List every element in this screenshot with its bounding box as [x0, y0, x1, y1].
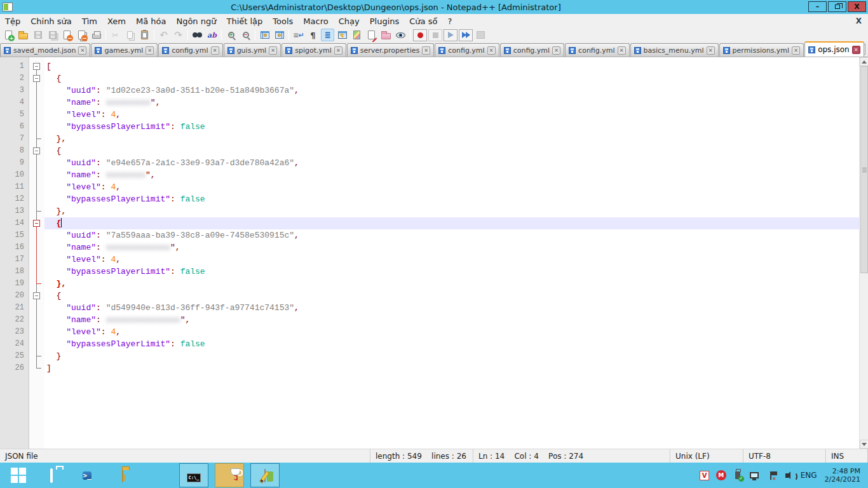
- taskbar-app-chrome[interactable]: [144, 463, 173, 487]
- tab-config.yml[interactable]: config.yml✕: [435, 43, 499, 57]
- code-text[interactable]: {: [44, 72, 859, 85]
- code-text[interactable]: "bypassesPlayerLimit": false: [44, 193, 859, 205]
- menu-item-10[interactable]: Plugins: [365, 15, 405, 27]
- new-file-icon[interactable]: +: [2, 29, 15, 41]
- menu-item-2[interactable]: Tìm: [77, 15, 102, 27]
- code-text[interactable]: {: [44, 217, 859, 229]
- macro-play-icon[interactable]: [444, 29, 458, 41]
- code-text[interactable]: "name": xxxxxxxxx",: [44, 97, 859, 109]
- usb-safely-remove-icon[interactable]: [732, 470, 743, 481]
- code-text[interactable]: "level": 4,: [44, 181, 859, 193]
- fold-collapse-icon[interactable]: [33, 147, 40, 154]
- menu-item-0[interactable]: Tệp: [0, 15, 25, 27]
- close-document-icon[interactable]: X: [856, 17, 862, 25]
- cut-icon[interactable]: ✂: [109, 29, 122, 41]
- volume-icon[interactable]: [782, 470, 793, 481]
- open-icon[interactable]: [17, 29, 30, 41]
- scrollbar-thumb[interactable]: [860, 66, 868, 273]
- show-symbols-icon[interactable]: ¶: [306, 29, 320, 41]
- tab-spigot.yml[interactable]: spigot.yml✕: [281, 43, 346, 57]
- macro-record-icon[interactable]: [413, 29, 427, 41]
- redo-icon[interactable]: ↷: [172, 29, 185, 41]
- code-text[interactable]: },: [44, 278, 859, 290]
- taskbar-app-notepad-plus-plus[interactable]: [250, 463, 280, 487]
- tab-close-icon[interactable]: ✕: [552, 46, 560, 55]
- macro-save-icon[interactable]: [474, 29, 487, 41]
- document-list-icon[interactable]: [365, 29, 378, 41]
- code-text[interactable]: "uuid": "e94e657a-2a1c-33e9-93a7-d3de780…: [44, 157, 859, 169]
- vertical-scrollbar[interactable]: [859, 57, 868, 449]
- replace-icon[interactable]: ab: [205, 29, 219, 41]
- fold-collapse-icon[interactable]: [33, 75, 40, 82]
- code-text[interactable]: {: [44, 145, 859, 157]
- menu-item-12[interactable]: ?: [442, 15, 457, 27]
- minimize-button[interactable]: –: [808, 1, 827, 12]
- find-icon[interactable]: [191, 29, 204, 41]
- tab-saved_model.json[interactable]: saved_model.json✕: [0, 43, 90, 57]
- scroll-down-button[interactable]: [860, 440, 868, 449]
- tab-config.yml[interactable]: config.yml✕: [500, 43, 564, 57]
- save-icon[interactable]: [31, 29, 44, 41]
- start-button[interactable]: [0, 463, 37, 488]
- sync-horizontal-icon[interactable]: [273, 29, 286, 41]
- zoom-in-icon[interactable]: +: [224, 29, 238, 41]
- code-text[interactable]: {: [44, 290, 859, 302]
- restore-button[interactable]: [828, 1, 846, 12]
- action-center-flag-icon[interactable]: [765, 470, 776, 481]
- zoom-out-icon[interactable]: −: [239, 29, 252, 41]
- menu-item-11[interactable]: Cửa sổ: [404, 15, 442, 27]
- folder-as-workspace-icon[interactable]: [379, 29, 393, 41]
- tab-server.properties[interactable]: server.properties✕: [347, 43, 434, 57]
- editor-area[interactable]: 1[2 {3 "uuid": "1d02ce23-3a0d-3511-b20e-…: [0, 57, 868, 449]
- tab-close-icon[interactable]: ✕: [852, 46, 860, 54]
- tab-config.yml[interactable]: config.yml✕: [158, 43, 222, 57]
- tab-close-icon[interactable]: ✕: [618, 46, 626, 55]
- code-text[interactable]: "uuid": "7a559aaa-ba39-38c8-a09e-7458e53…: [44, 229, 859, 241]
- word-wrap-icon[interactable]: ≡↵: [292, 29, 305, 41]
- save-all-icon[interactable]: [46, 29, 59, 41]
- menu-item-9[interactable]: Chạy: [334, 15, 365, 27]
- code-text[interactable]: "uuid": "d549940e-813d-36ff-943f-a97741c…: [44, 302, 859, 314]
- tab-close-icon[interactable]: ✕: [334, 46, 342, 55]
- code-text[interactable]: "name": xxxxxxxx",: [44, 169, 859, 181]
- tab-basics_menu.yml[interactable]: basics_menu.yml✕: [630, 43, 719, 57]
- code-text[interactable]: [: [44, 60, 859, 72]
- tab-close-icon[interactable]: ✕: [792, 46, 800, 55]
- menu-item-7[interactable]: Tools: [268, 15, 298, 27]
- tab-config.yml[interactable]: config.yml✕: [565, 43, 629, 57]
- menu-item-5[interactable]: Ngôn ngữ: [171, 15, 221, 27]
- code-text[interactable]: "level": 4,: [44, 254, 859, 266]
- code-text[interactable]: "bypassesPlayerLimit": false: [44, 338, 859, 350]
- code-text[interactable]: "uuid": "1d02ce23-3a0d-3511-b20e-51a849b…: [44, 85, 859, 97]
- macro-stop-icon[interactable]: [428, 29, 442, 41]
- tab-permissions.yml[interactable]: permissions.yml✕: [719, 43, 804, 57]
- document-map-icon[interactable]: [350, 29, 363, 41]
- menu-item-3[interactable]: Xem: [102, 15, 131, 27]
- taskbar-app-powershell[interactable]: >_: [72, 463, 102, 487]
- code-text[interactable]: },: [44, 133, 859, 145]
- sync-vertical-icon[interactable]: [258, 29, 271, 41]
- close-all-icon[interactable]: −: [75, 29, 88, 41]
- network-icon[interactable]: [749, 470, 760, 481]
- tab-guis.yml[interactable]: guis.yml✕: [224, 43, 281, 57]
- code-text[interactable]: }: [44, 350, 859, 362]
- close-document-icon[interactable]: −: [60, 29, 74, 41]
- tab-games.yml[interactable]: games.yml✕: [91, 43, 158, 57]
- menu-item-1[interactable]: Chỉnh sửa: [25, 15, 77, 27]
- tab-close-icon[interactable]: ✕: [422, 46, 430, 55]
- tab-close-icon[interactable]: ✕: [707, 46, 715, 55]
- menu-item-8[interactable]: Macro: [298, 15, 333, 27]
- paste-icon[interactable]: [138, 29, 151, 41]
- close-button[interactable]: X: [848, 1, 866, 12]
- tab-close-icon[interactable]: ✕: [269, 46, 277, 55]
- taskbar-app-java[interactable]: [215, 463, 244, 487]
- code-text[interactable]: },: [44, 205, 859, 217]
- taskbar-app-command-prompt[interactable]: C:\_: [179, 463, 208, 487]
- tab-ops.json[interactable]: ops.json✕: [804, 41, 864, 57]
- monitoring-icon[interactable]: [394, 29, 407, 41]
- code-text[interactable]: "name": xxxxxxxxxxxxxxx",: [44, 314, 859, 326]
- tab-close-icon[interactable]: ✕: [487, 46, 496, 55]
- fold-collapse-icon[interactable]: [33, 220, 40, 227]
- code-text[interactable]: "level": 4,: [44, 109, 859, 121]
- code-text[interactable]: ]: [44, 362, 859, 374]
